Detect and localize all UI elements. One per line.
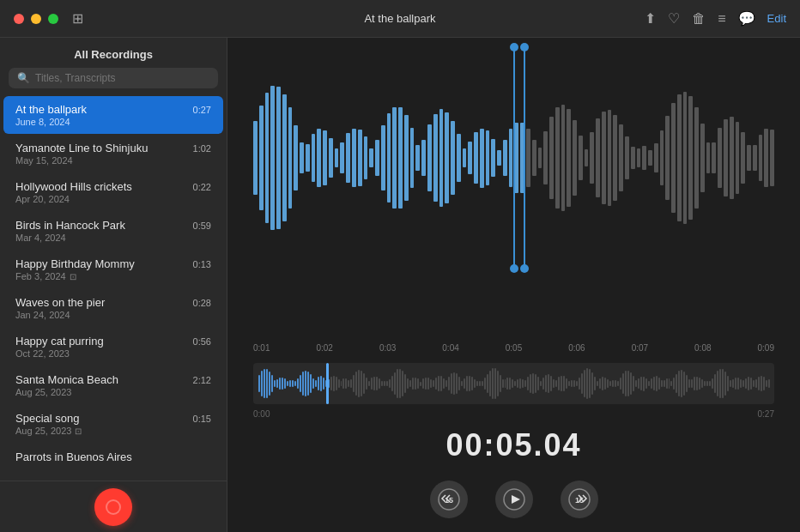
recording-date-4: Feb 3, 2024 (15, 271, 66, 281)
mini-bar-123 (573, 380, 575, 387)
waveform-bar-56 (579, 136, 583, 180)
waveform-bar-6 (288, 107, 293, 208)
edit-button[interactable]: Edit (767, 12, 786, 25)
mini-bar-59 (409, 380, 411, 387)
mini-bar-134 (602, 377, 603, 390)
mini-bar-142 (622, 373, 624, 393)
mini-bar-77 (456, 373, 458, 394)
window-controls: ⊞ (14, 10, 83, 27)
trash-icon[interactable]: 🗑 (692, 11, 706, 27)
mini-bar-132 (597, 381, 598, 386)
waveform-bar-58 (590, 132, 594, 184)
playhead-bottom-dot (520, 264, 529, 273)
mini-bar-186 (735, 378, 736, 390)
mini-bar-51 (389, 379, 391, 388)
time-marker-1: 0:02 (316, 343, 332, 353)
recording-item-2[interactable]: Hollywood Hills crickets0:22Apr 20, 2024 (3, 173, 223, 211)
mini-bar-162 (673, 378, 675, 389)
waveform-bar-20 (369, 148, 373, 167)
recording-title-6: Happy cat purring (15, 335, 104, 348)
recording-title-2: Hollywood Hills crickets (15, 180, 132, 193)
mini-bar-50 (386, 381, 388, 386)
mini-bar-3 (266, 369, 268, 398)
waveform-bar-37 (468, 142, 472, 175)
sidebar-toggle-icon[interactable]: ⊞ (72, 10, 83, 27)
mini-bar-61 (415, 378, 416, 390)
recordings-list: At the ballpark0:27June 8, 2024Yamanote … (0, 95, 227, 481)
forward-button[interactable]: 15 (561, 481, 598, 518)
waveform-bar-82 (730, 117, 734, 198)
play-button[interactable] (495, 481, 533, 518)
mini-bar-117 (558, 377, 560, 390)
recording-item-3[interactable]: Birds in Hancock Park0:59Mar 4, 2024 (3, 212, 223, 250)
mini-bar-4 (269, 372, 270, 396)
time-ruler: 0:010:020:030:040:050:060:070:080:09 (227, 340, 800, 356)
main-waveform-area[interactable] (227, 38, 800, 340)
recording-item-5[interactable]: Waves on the pier0:28Jan 24, 2024 (3, 289, 223, 327)
waveform-bar-76 (694, 107, 699, 208)
record-button[interactable] (94, 488, 132, 526)
minimize-button[interactable] (31, 14, 41, 24)
mini-bar-131 (594, 377, 596, 390)
waveform-bar-78 (706, 142, 711, 172)
favorite-icon[interactable]: ♡ (668, 10, 680, 27)
mini-bar-147 (635, 380, 637, 387)
mini-bar-87 (482, 381, 483, 386)
recording-duration-0: 0:27 (193, 105, 211, 115)
mini-bar-125 (579, 378, 580, 390)
mini-bar-54 (397, 369, 398, 397)
recording-item-9[interactable]: Parrots in Buenos Aires (3, 444, 223, 471)
close-button[interactable] (14, 14, 24, 24)
sidebar-bottom (0, 481, 227, 532)
bubble-icon[interactable]: 💬 (738, 10, 755, 27)
mini-bar-69 (435, 378, 437, 390)
share-icon[interactable]: ⬆ (645, 10, 656, 27)
recording-item-1[interactable]: Yamanote Line to Shinjuku1:02May 15, 202… (3, 135, 223, 172)
waveform-bar-63 (619, 124, 623, 190)
mini-bar-20 (310, 374, 312, 392)
mini-bar-193 (753, 380, 755, 387)
mini-bar-143 (625, 371, 627, 396)
recording-item-0[interactable]: At the ballpark0:27June 8, 2024 (3, 96, 223, 134)
mini-bar-156 (658, 378, 660, 390)
search-input[interactable] (35, 72, 209, 84)
mini-bar-197 (763, 377, 765, 390)
main-waveform[interactable] (253, 46, 774, 269)
list-icon[interactable]: ≡ (718, 11, 725, 27)
mini-bar-22 (315, 380, 317, 387)
mini-waveform[interactable] (253, 363, 774, 404)
mini-bar-12 (289, 380, 291, 387)
waveform-bar-53 (561, 105, 566, 211)
mini-bar-19 (307, 372, 309, 396)
mini-waveform-container[interactable] (227, 356, 800, 408)
recording-item-7[interactable]: Santa Monica Beach2:12Aug 25, 2023 (3, 366, 223, 404)
recording-title-8: Special song (15, 412, 79, 425)
mini-bar-56 (402, 371, 403, 397)
mini-bar-199 (768, 379, 770, 389)
maximize-button[interactable] (48, 14, 58, 24)
mini-bar-47 (379, 378, 380, 388)
recording-item-4[interactable]: Happy Birthday Mommy0:13Feb 3, 2024⊡ (3, 251, 223, 288)
search-box[interactable]: 🔍 (9, 68, 218, 88)
mini-bar-70 (438, 376, 439, 391)
mini-bar-10 (284, 378, 286, 388)
mini-bar-38 (355, 372, 357, 396)
recording-item-6[interactable]: Happy cat purring0:56Oct 22, 2023 (3, 328, 223, 366)
mini-bar-170 (694, 377, 695, 390)
mini-bar-40 (361, 371, 362, 396)
waveform-bar-36 (463, 148, 467, 167)
waveform-bar-25 (398, 107, 403, 209)
waveform-bar-70 (660, 130, 664, 185)
waveform-bar-24 (392, 107, 397, 209)
mini-bar-62 (417, 378, 419, 388)
waveform-bar-27 (410, 128, 415, 188)
playhead-line[interactable] (513, 46, 515, 269)
recording-item-8[interactable]: Special song0:15Aug 25, 2023⊡ (3, 405, 223, 443)
mini-bar-23 (318, 377, 319, 390)
waveform-bar-33 (445, 112, 449, 204)
mini-bar-182 (724, 372, 726, 396)
playhead-line[interactable] (524, 46, 525, 269)
mini-bar-116 (555, 380, 557, 388)
mini-bar-119 (563, 376, 565, 390)
rewind-button[interactable]: 15 (430, 481, 468, 518)
